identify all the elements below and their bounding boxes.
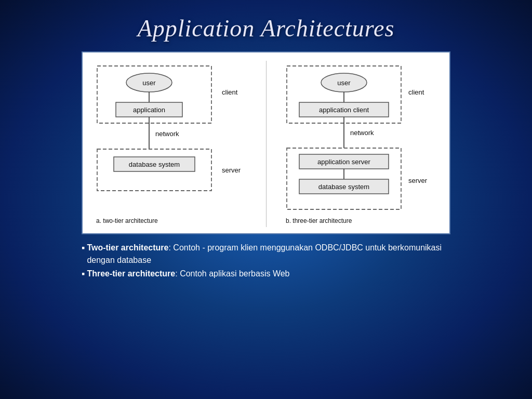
diagram-separator	[266, 61, 267, 227]
three-tier-diagram: user application client client network a…	[282, 61, 440, 227]
bullet-1-text: Two-tier architecture: Contoh - program …	[87, 242, 450, 267]
svg-text:client: client	[408, 88, 424, 96]
bullets-section: ▪ Two-tier architecture: Contoh - progra…	[82, 242, 450, 281]
three-tier-svg: user application client client network a…	[282, 61, 440, 227]
bullet-2-text: Three-tier architecture: Contoh aplikasi…	[87, 268, 289, 280]
svg-text:network: network	[350, 129, 374, 137]
two-tier-diagram: user application client network database…	[92, 61, 250, 227]
svg-text:application server: application server	[317, 158, 371, 166]
svg-text:b.  three-tier architecture: b. three-tier architecture	[286, 217, 352, 224]
bullet-2-normal: : Contoh aplikasi berbasis Web	[175, 269, 289, 278]
svg-text:network: network	[155, 130, 179, 138]
page-title: Application Architectures	[0, 0, 532, 51]
svg-text:server: server	[408, 177, 428, 184]
svg-text:user: user	[337, 79, 351, 87]
diagram-wrapper: user application client network database…	[82, 51, 450, 234]
svg-text:a.  two-tier architecture: a. two-tier architecture	[96, 217, 158, 224]
svg-text:client: client	[222, 88, 238, 96]
two-tier-svg: user application client network database…	[92, 61, 250, 227]
bullet-1-bold: Two-tier architecture	[87, 243, 168, 252]
bullet-item-1: ▪ Two-tier architecture: Contoh - progra…	[82, 242, 450, 267]
bullet-marker-1: ▪	[82, 242, 85, 255]
svg-text:application: application	[133, 106, 165, 114]
bullet-item-2: ▪ Three-tier architecture: Contoh aplika…	[82, 268, 450, 281]
svg-text:database system: database system	[129, 161, 180, 168]
bullet-marker-2: ▪	[82, 268, 85, 281]
svg-text:application client: application client	[319, 106, 369, 114]
svg-text:server: server	[222, 166, 241, 174]
svg-text:user: user	[142, 79, 156, 87]
svg-text:database system: database system	[318, 183, 369, 191]
bullet-2-bold: Three-tier architecture	[87, 269, 175, 278]
